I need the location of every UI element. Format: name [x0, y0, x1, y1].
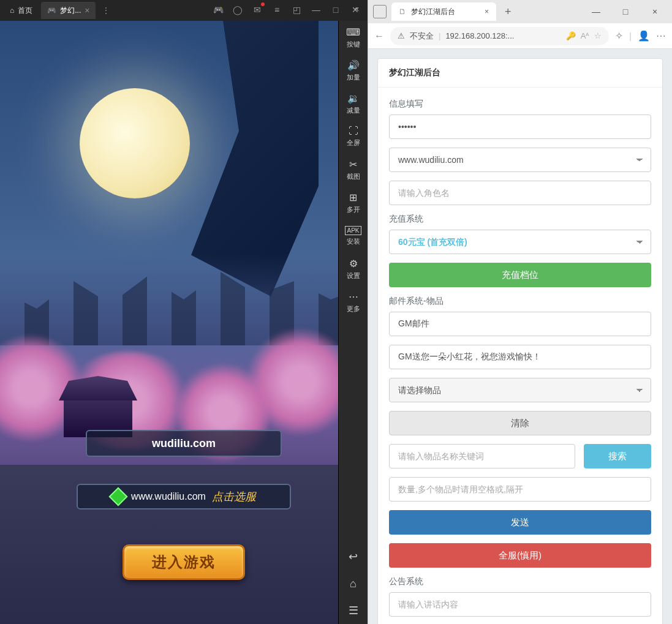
- game-viewport: wudiliu.com www.wudiliu.com 点击选服 进入游戏: [0, 21, 368, 624]
- more-icon: ⋯: [349, 291, 358, 303]
- minimize-icon[interactable]: —: [310, 4, 322, 16]
- recharge-select[interactable]: 60元宝 (首充双倍): [389, 230, 651, 254]
- quantity-input[interactable]: [389, 477, 651, 502]
- tool-install-label: 安装: [347, 237, 360, 246]
- home-nav-icon: ⌂: [350, 577, 357, 590]
- recharge-button[interactable]: 充值档位: [389, 263, 651, 287]
- gear-icon: ⚙: [349, 258, 358, 269]
- tool-voldown-label: 减量: [347, 106, 360, 115]
- tab-menu-icon[interactable]: ⋮: [102, 6, 110, 15]
- mail-title-input[interactable]: [389, 312, 651, 336]
- notification-dot: [261, 2, 265, 6]
- tool-volume-down[interactable]: 🔉减量: [339, 87, 368, 120]
- emulator-topbar: 🎮 ◯ ✉ ≡ ◰ — □ ✕: [206, 0, 368, 20]
- tab-overview-icon[interactable]: [373, 5, 387, 18]
- tool-keys-label: 按键: [347, 40, 360, 49]
- scissors-icon: ✂: [349, 159, 357, 170]
- new-tab-button[interactable]: +: [501, 6, 515, 18]
- nav-home[interactable]: ⌂: [339, 570, 368, 597]
- fullscreen-icon: ⛶: [349, 126, 358, 137]
- send-button[interactable]: 发送: [389, 510, 651, 535]
- favorite-icon[interactable]: ☆: [594, 31, 602, 40]
- tool-keys[interactable]: ⌨按键: [339, 21, 368, 54]
- clear-button[interactable]: 清除: [389, 411, 651, 435]
- browser-minimize[interactable]: —: [584, 2, 608, 21]
- extensions-icon[interactable]: ✧: [615, 30, 623, 42]
- tool-install[interactable]: APK安装: [339, 219, 368, 252]
- tool-multi-label: 多开: [347, 205, 360, 214]
- enter-game-button[interactable]: 进入游戏: [123, 544, 245, 580]
- tool-multi[interactable]: ⊞多开: [339, 186, 368, 219]
- server-box[interactable]: www.wudiliu.com 点击选服: [77, 484, 291, 509]
- collapse-sidebar-icon[interactable]: «: [354, 4, 359, 13]
- browser-tab[interactable]: 🗋 梦幻江湖后台 ×: [391, 2, 496, 21]
- window-icon[interactable]: ◰: [290, 4, 303, 16]
- insecure-label: 不安全: [410, 31, 434, 42]
- nav-back[interactable]: ↩: [339, 543, 368, 570]
- panel-body: 信息填写 www.wudiliu.com 充值系统 60元宝 (首充双倍) 充值…: [378, 88, 662, 624]
- gamepad-icon[interactable]: 🎮: [212, 4, 224, 16]
- info-label: 信息填写: [389, 99, 651, 110]
- item-select[interactable]: 请选择物品: [389, 378, 651, 402]
- url-text: 192.168.200.128:...: [445, 31, 561, 40]
- maximize-icon[interactable]: □: [330, 4, 342, 16]
- apk-icon: APK: [345, 226, 361, 235]
- account-text: wudiliu.com: [152, 437, 216, 450]
- tab-close-icon[interactable]: ×: [485, 7, 489, 16]
- close-icon[interactable]: ×: [85, 6, 89, 15]
- profile-icon[interactable]: 👤: [638, 30, 650, 42]
- recharge-label: 充值系统: [389, 214, 651, 225]
- password-input[interactable]: [389, 115, 651, 139]
- role-input[interactable]: [389, 181, 651, 205]
- announce-label: 公告系统: [389, 576, 651, 587]
- browser-close[interactable]: ×: [643, 2, 667, 21]
- enter-game-label: 进入游戏: [152, 552, 216, 572]
- volume-up-icon: 🔊: [347, 59, 360, 71]
- nav-back-icon[interactable]: ←: [374, 31, 384, 42]
- tool-fullscreen[interactable]: ⛶全屏: [339, 120, 368, 153]
- server-action: 点击选服: [212, 489, 256, 504]
- tool-settings[interactable]: ⚙设置: [339, 252, 368, 285]
- keyword-input[interactable]: [389, 444, 575, 468]
- allserver-button[interactable]: 全服(慎用): [389, 543, 651, 568]
- tool-volume-up[interactable]: 🔊加量: [339, 54, 368, 87]
- tab-home[interactable]: ⌂ 首页: [4, 2, 39, 19]
- warning-icon: ⚠: [398, 31, 405, 40]
- tab-game-label: 梦幻...: [60, 6, 81, 16]
- server-status-icon: [109, 487, 128, 506]
- tool-more[interactable]: ⋯更多: [339, 285, 368, 318]
- recent-icon: ☰: [349, 604, 358, 617]
- tool-screenshot[interactable]: ✂截图: [339, 153, 368, 186]
- read-icon[interactable]: Aᴬ: [581, 31, 590, 40]
- menu-icon[interactable]: ≡: [271, 4, 283, 16]
- key-icon[interactable]: 🔑: [566, 31, 576, 40]
- url-input[interactable]: ⚠ 不安全 | 192.168.200.128:... 🔑 Aᴬ ☆: [390, 27, 609, 45]
- panel-title: 梦幻江湖后台: [378, 59, 662, 88]
- mail-icon[interactable]: ✉: [251, 4, 263, 16]
- account-box[interactable]: wudiliu.com: [86, 430, 282, 457]
- browser-tab-title: 梦幻江湖后台: [411, 7, 455, 17]
- tab-home-label: 首页: [18, 6, 32, 16]
- browser-content: 梦幻江湖后台 信息填写 www.wudiliu.com 充值系统 60元宝 (首…: [368, 49, 672, 624]
- user-icon[interactable]: ◯: [232, 4, 244, 16]
- multi-icon: ⊞: [349, 192, 357, 203]
- server-select[interactable]: www.wudiliu.com: [389, 148, 651, 172]
- admin-panel: 梦幻江湖后台 信息填写 www.wudiliu.com 充值系统 60元宝 (首…: [377, 58, 663, 624]
- moon-graphic: [80, 88, 190, 198]
- browser-titlebar: 🗋 梦幻江湖后台 × + — □ ×: [368, 0, 672, 23]
- tool-volup-label: 加量: [347, 73, 360, 82]
- keyboard-icon: ⌨: [346, 26, 360, 38]
- tab-game[interactable]: 🎮 梦幻... ×: [41, 2, 96, 19]
- tool-more-label: 更多: [347, 304, 360, 314]
- search-button[interactable]: 搜索: [584, 444, 651, 468]
- mail-body-input[interactable]: [389, 345, 651, 369]
- menu-dots-icon[interactable]: ⋯: [656, 30, 666, 42]
- browser-window: 🗋 梦幻江湖后台 × + — □ × ← ⚠ 不安全 | 192.168.200…: [368, 0, 672, 624]
- emulator-window: ⌂ 首页 🎮 梦幻... × ⋮ 🎮 ◯ ✉ ≡ ◰ — □ ✕ wudiliu…: [0, 0, 368, 624]
- browser-maximize[interactable]: □: [613, 2, 638, 21]
- announce-content-input[interactable]: [389, 592, 651, 617]
- browser-address-bar: ← ⚠ 不安全 | 192.168.200.128:... 🔑 Aᴬ ☆ ✧ |…: [368, 23, 672, 49]
- emulator-sidebar: ⌨按键 🔊加量 🔉减量 ⛶全屏 ✂截图 ⊞多开 APK安装 ⚙设置 ⋯更多 ↩ …: [338, 21, 368, 624]
- nav-recent[interactable]: ☰: [339, 597, 368, 624]
- game-icon: 🎮: [47, 6, 56, 15]
